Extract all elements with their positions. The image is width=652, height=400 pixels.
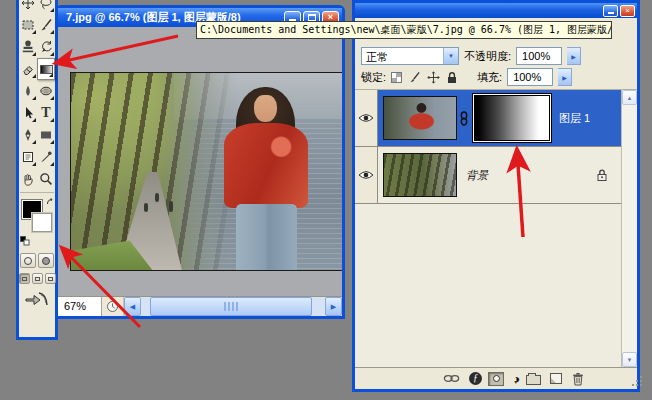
lock-pixels-icon[interactable]	[408, 71, 421, 84]
layers-palette: × 正常 ▼ 不透明度: 100% ▶ 锁定: 填充: 100% ▶	[352, 0, 640, 392]
type-tool[interactable]: T	[37, 102, 55, 124]
eye-icon	[358, 113, 374, 123]
layers-list: 图层 1 背景 ▲ ▼	[355, 89, 637, 367]
horizontal-scroll-thumb[interactable]	[150, 297, 312, 316]
scroll-right-icon[interactable]: ▶	[325, 297, 342, 316]
maximize-icon	[308, 14, 316, 21]
layer-row-layer1[interactable]: 图层 1	[355, 90, 621, 147]
path-tooltip: C:\Documents and Settings\new\桌面\蒙版\7.jp…	[196, 21, 612, 39]
background-color-swatch[interactable]	[32, 213, 52, 232]
standard-mode-button[interactable]	[20, 253, 36, 268]
visibility-toggle[interactable]	[355, 90, 378, 146]
layers-palette-titlebar[interactable]: ×	[355, 3, 637, 18]
mask-link-icon[interactable]	[457, 111, 471, 126]
layers-scrollbar[interactable]: ▲ ▼	[621, 90, 637, 367]
fill-field[interactable]: 100%	[507, 68, 553, 86]
palette-minimize-button[interactable]	[603, 5, 618, 17]
fullscreen-button[interactable]	[45, 273, 56, 284]
toolbox-palette: T	[16, 0, 58, 340]
eraser-tool[interactable]	[19, 58, 37, 80]
zoom-tool[interactable]	[37, 168, 55, 190]
patch-tool[interactable]	[19, 14, 37, 36]
lasso-icon	[39, 0, 53, 10]
scroll-down-icon[interactable]: ▼	[622, 352, 637, 367]
patch-icon	[21, 18, 35, 32]
caret-icon: ▾	[514, 378, 517, 385]
eyedropper-tool[interactable]	[37, 146, 55, 168]
palette-close-button[interactable]: ×	[620, 5, 635, 17]
fullscreen-menubar-button[interactable]	[32, 273, 43, 284]
delete-layer-button[interactable]	[571, 372, 585, 386]
background-thumbnail[interactable]	[383, 153, 457, 197]
blend-mode-select[interactable]: 正常 ▼	[361, 47, 459, 65]
adjustment-layer-button[interactable]: ◑ ▾	[513, 373, 517, 385]
dodge-tool[interactable]	[37, 80, 55, 102]
desktop: { "image_window": { "title": "7.jpg @ 66…	[0, 0, 652, 400]
gradient-tool[interactable]	[37, 58, 55, 80]
add-layer-mask-button[interactable]	[488, 372, 504, 386]
default-colors-icon[interactable]	[20, 236, 30, 246]
fill-label: 填充:	[477, 70, 502, 85]
layer-name[interactable]: 图层 1	[559, 111, 590, 126]
opacity-label: 不透明度:	[464, 49, 511, 64]
history-brush-tool[interactable]	[37, 36, 55, 58]
layer-mask-thumbnail[interactable]	[474, 95, 550, 141]
gradient-icon	[40, 65, 53, 74]
visibility-toggle[interactable]	[355, 147, 378, 203]
status-flyout-button[interactable]	[102, 297, 124, 316]
magnifier-icon	[39, 172, 53, 186]
layer-name[interactable]: 背景	[466, 168, 488, 183]
new-layer-button[interactable]	[550, 373, 562, 384]
photo[interactable]	[70, 72, 342, 271]
palette-minimize-icon	[608, 12, 614, 14]
image-window-statusbar: 67% ◀ ▶	[58, 296, 342, 316]
color-swatches	[19, 198, 55, 248]
horizontal-scroll-track[interactable]	[141, 297, 325, 316]
swap-colors-icon[interactable]	[46, 198, 55, 207]
move-icon	[21, 0, 35, 10]
pen-tool[interactable]	[19, 124, 37, 146]
lock-transparency-icon[interactable]	[391, 72, 402, 83]
layer-row-background[interactable]: 背景	[355, 147, 621, 204]
photo-woman	[220, 87, 312, 270]
chevron-down-icon[interactable]: ▼	[443, 48, 458, 64]
standard-screen-button[interactable]	[19, 273, 30, 284]
fill-slider-icon[interactable]: ▶	[558, 68, 572, 86]
move-tool[interactable]	[19, 0, 37, 14]
photo-woman-jeans	[236, 204, 297, 270]
path-select-tool[interactable]	[19, 102, 37, 124]
fullscreen-menubar-icon	[35, 277, 40, 281]
scroll-track[interactable]	[622, 105, 637, 352]
clone-stamp-tool[interactable]	[19, 36, 37, 58]
layer-style-button[interactable]: ƒ ▾	[469, 372, 479, 385]
shape-tool[interactable]	[37, 124, 55, 146]
lock-position-icon[interactable]	[427, 71, 440, 84]
lock-buttons	[391, 71, 458, 84]
rectangle-shape-icon	[39, 128, 53, 142]
quick-mask-mode-button[interactable]	[38, 253, 54, 268]
notes-tool[interactable]	[19, 146, 37, 168]
new-group-button[interactable]	[526, 375, 541, 385]
selection-arrow-icon	[21, 106, 35, 120]
toolbox-divider	[20, 192, 54, 193]
lasso-tool[interactable]	[37, 0, 55, 14]
photo-woman-red-shirt	[224, 123, 309, 207]
brush-tool[interactable]	[37, 14, 55, 36]
horizontal-scrollbar[interactable]: ◀ ▶	[124, 297, 342, 316]
scroll-left-icon[interactable]: ◀	[124, 297, 141, 316]
layer1-thumbnail[interactable]	[383, 96, 457, 140]
scroll-up-icon[interactable]: ▲	[622, 90, 637, 105]
opacity-slider-icon[interactable]: ▶	[567, 47, 581, 65]
opacity-field[interactable]: 100%	[516, 47, 562, 65]
blur-tool[interactable]	[19, 80, 37, 102]
lock-all-icon[interactable]	[446, 71, 458, 84]
hand-tool[interactable]	[19, 168, 37, 190]
layers-palette-footer: ƒ ▾ ◑ ▾	[355, 367, 637, 389]
jump-to-imageready-button[interactable]	[25, 291, 49, 307]
lock-row: 锁定: 填充: 100% ▶	[355, 67, 637, 87]
water-drop-icon	[21, 84, 35, 98]
zoom-percent-field[interactable]: 67%	[58, 297, 102, 316]
resize-grip[interactable]	[632, 384, 634, 386]
link-layers-icon[interactable]	[443, 373, 460, 384]
palette-close-icon: ×	[625, 7, 630, 15]
